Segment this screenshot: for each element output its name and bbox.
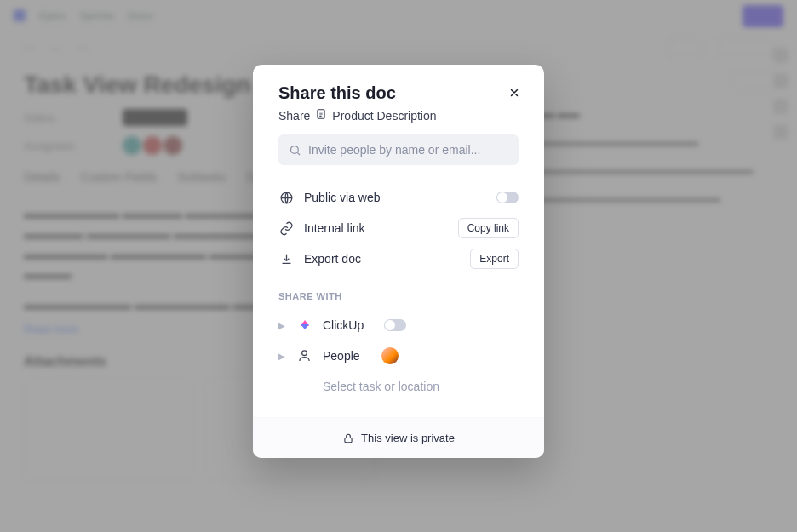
search-icon [289,144,301,157]
search-input[interactable] [308,143,508,157]
doc-name: Product Description [332,109,436,123]
svg-point-1 [291,146,299,153]
doc-icon [315,108,327,123]
chevron-right-icon: ▶ [278,352,287,361]
svg-rect-4 [345,438,352,442]
modal-title: Share this doc [278,83,519,103]
search-box[interactable] [278,134,519,165]
clickup-toggle[interactable] [384,319,406,331]
chevron-right-icon: ▶ [278,321,287,330]
share-people-label: People [323,349,360,363]
copy-link-button[interactable]: Copy link [458,218,519,238]
share-with-label: SHARE WITH [253,283,544,306]
avatar [381,346,399,365]
close-icon [508,87,520,99]
close-button[interactable] [505,83,524,102]
globe-icon [278,190,294,205]
export-doc-label: Export doc [304,252,361,266]
export-doc-row: Export doc Export [278,243,519,274]
person-icon [297,348,312,363]
share-with-people[interactable]: ▶ People [278,340,519,371]
footer-text: This view is private [361,432,455,444]
public-toggle[interactable] [496,192,519,203]
modal-overlay[interactable]: Share this doc Share Product Description [0,0,797,532]
internal-link-label: Internal link [304,221,365,235]
internal-link-row: Internal link Copy link [278,213,519,243]
download-icon [278,251,294,266]
public-web-row: Public via web [278,182,519,213]
svg-point-3 [302,351,307,356]
share-with-clickup[interactable]: ▶ ClickUp [278,310,519,340]
lock-icon [342,432,354,444]
link-icon [278,220,294,236]
share-prefix: Share [278,109,310,123]
clickup-icon [297,317,312,333]
export-button[interactable]: Export [470,249,519,269]
select-location-label: Select task or location [323,380,439,393]
select-location-row[interactable]: ▶ Select task or location [278,371,519,402]
modal-footer: This view is private [253,417,544,458]
share-modal: Share this doc Share Product Description [253,65,544,458]
share-clickup-label: ClickUp [323,318,364,332]
public-web-label: Public via web [304,191,381,204]
